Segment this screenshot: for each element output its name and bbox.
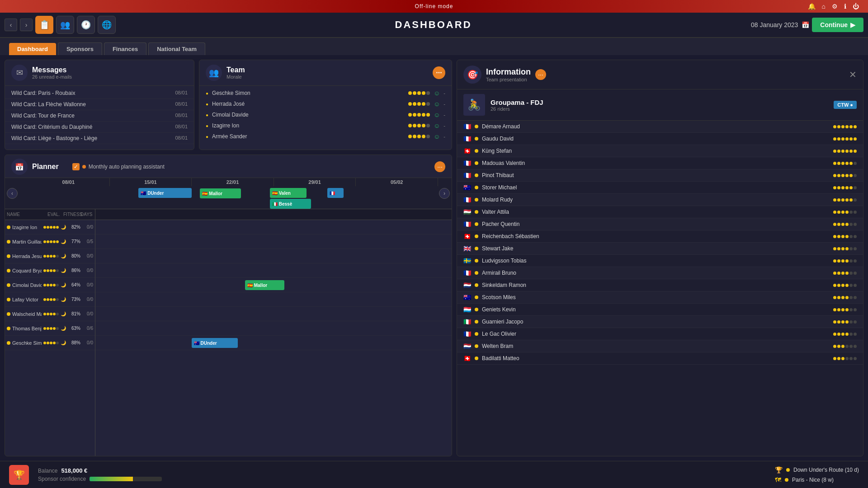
team-rider-count: 26 riders xyxy=(491,106,543,112)
col-fitness: FITNESS xyxy=(63,212,80,217)
rider-info-item[interactable]: 🇮🇹 Guarnieri Jacopo xyxy=(457,316,863,328)
dashboard-icon[interactable]: 📋 xyxy=(35,16,53,34)
info-panel-title: Information xyxy=(486,67,531,77)
planner-dates-header: 08/01 15/01 22/01 29/01 05/02 xyxy=(28,178,438,186)
balance-label: Balance xyxy=(38,468,57,474)
planner-top-cal: 08/01 15/01 22/01 29/01 05/02 xyxy=(19,178,438,186)
grid-row xyxy=(95,321,452,336)
event-row: 🗺 Paris - Nice (8 w) xyxy=(775,476,859,483)
rider-info-item[interactable]: 🇭🇺 Valter Attila xyxy=(457,206,863,218)
info-icon[interactable]: ℹ xyxy=(844,3,846,10)
rider-info-item[interactable]: 🇬🇧 Stewart Jake xyxy=(457,243,863,255)
history-icon[interactable]: 🕐 xyxy=(77,16,95,34)
team-more-button[interactable]: ··· xyxy=(433,66,445,79)
bottom-bar: 🏆 Balance 518,000 € Sponsor confidence 🏆… xyxy=(0,461,868,488)
upcoming-events-section: 🏆 Down Under's Route (10 d) 🗺 Paris - Ni… xyxy=(775,466,859,483)
team-rider-item: ● Izagirre Ion ☺ - xyxy=(199,120,452,131)
team-icon[interactable]: 👥 xyxy=(56,16,74,34)
balance-section: Balance 518,000 € Sponsor confidence xyxy=(38,467,162,482)
power-icon[interactable]: ⏻ xyxy=(853,3,859,10)
balance-value: 518,000 € xyxy=(61,467,87,474)
message-item[interactable]: Wild Card: Liège - Bastogne - Liège 08/0… xyxy=(5,133,194,144)
grid-event-dunder[interactable]: 🇦🇺 DUnder xyxy=(192,338,238,348)
race-event-valen[interactable]: 🇪🇸Valen xyxy=(270,188,307,198)
rider-info-item[interactable]: 🇳🇱 Welten Bram xyxy=(457,340,863,352)
grid-row xyxy=(95,263,452,278)
team-list: ● Geschke Simon ☺ - ● Herrada José ☺ - xyxy=(199,86,452,144)
rider-info-item[interactable]: 🇦🇺 Storer Michael xyxy=(457,182,863,194)
planner-header: 📅 Planner ✓ Monthly auto planning assist… xyxy=(5,155,452,178)
rider-info-item[interactable]: 🇫🇷 Pinot Thibaut xyxy=(457,169,863,182)
home-icon[interactable]: ⌂ xyxy=(822,3,826,10)
team-title: Team xyxy=(226,66,245,74)
event-dot xyxy=(785,478,788,482)
col-eval: EVAL. xyxy=(47,212,63,217)
rider-info-item[interactable]: 🇫🇷 Gaudu David xyxy=(457,133,863,145)
auto-planning-checkbox[interactable]: ✓ xyxy=(72,163,80,170)
race-event-fr[interactable]: 🇫🇷 xyxy=(327,188,344,198)
grid-row xyxy=(95,220,452,235)
rider-info-item[interactable]: 🇸🇪 Ludvigsson Tobias xyxy=(457,255,863,267)
planner-grid-rows: 🇪🇸 Mallor 🇦🇺 DUnder xyxy=(95,220,452,350)
continue-button[interactable]: Continue ▶ xyxy=(812,18,863,32)
tab-national-team[interactable]: National Team xyxy=(148,42,205,55)
messages-icon: ✉ xyxy=(11,65,28,81)
close-panel-button[interactable]: ✕ xyxy=(849,69,857,80)
planner-rider-row: Herrada Jesus 🌙 80% 0/0 xyxy=(5,249,95,263)
planner-names-column: NAME EVAL. FITNESS DAYS Izagirre Ion 🌙 8… xyxy=(5,209,95,456)
calendar-icon[interactable]: 📅 xyxy=(802,21,809,28)
globe-icon[interactable]: 🌐 xyxy=(98,16,116,34)
nav-forward-button[interactable]: › xyxy=(20,19,33,31)
planner-icon: 📅 xyxy=(11,159,28,175)
auto-planning-label: Monthly auto planning assistant xyxy=(89,164,165,170)
route-icon: 🗺 xyxy=(775,476,781,483)
messages-subtitle: 26 unread e-mails xyxy=(32,74,72,80)
nav-back-button[interactable]: ‹ xyxy=(5,19,17,31)
message-item[interactable]: Wild Card: Tour de France 08/01 xyxy=(5,110,194,122)
planner-next-button[interactable]: › xyxy=(439,188,450,199)
event-name: Paris - Nice (8 w) xyxy=(792,477,834,483)
planner-rider-row: Izagirre Ion 🌙 82% 0/0 xyxy=(5,220,95,235)
message-item[interactable]: Wild Card: La Flèche Wallonne 08/01 xyxy=(5,99,194,110)
team-rider-item: ● Geschke Simon ☺ - xyxy=(199,88,452,99)
tab-dashboard[interactable]: Dashboard xyxy=(9,43,56,55)
top-race-events: 🇦🇺DUnder 🇪🇸Mallor 🇪🇸Valen xyxy=(19,186,438,209)
info-panel-header: 🎯 Information Team presentation ··· ✕ xyxy=(457,60,863,89)
race-event-dunder[interactable]: 🇦🇺DUnder xyxy=(138,188,192,198)
rider-info-item[interactable]: 🇫🇷 Le Gac Olivier xyxy=(457,328,863,340)
race-event-mallor[interactable]: 🇪🇸Mallor xyxy=(200,188,241,198)
sponsor-confidence-bar xyxy=(90,477,162,481)
event-name: Down Under's Route (10 d) xyxy=(793,467,859,473)
info-panel-icon: 🎯 xyxy=(463,66,481,84)
planner-prev-button[interactable]: ‹ xyxy=(7,188,18,199)
planner-more-button[interactable]: ··· xyxy=(434,161,445,172)
main-content: ✉ Messages 26 unread e-mails Wild Card: … xyxy=(0,55,868,461)
message-item[interactable]: Wild Card: Paris - Roubaix 08/01 xyxy=(5,88,194,99)
planner-grid-header xyxy=(95,209,452,220)
ctw-badge: CTW ● xyxy=(834,101,857,109)
rider-info-item[interactable]: 🇨🇭 Badilatti Matteo xyxy=(457,352,863,365)
planner-rider-row: Geschke Simon 🌙 88% 0/0 xyxy=(5,336,95,350)
trophy-icon: 🏆 xyxy=(775,466,783,474)
team-logo-bottom: 🏆 xyxy=(9,465,29,485)
rider-info-item[interactable]: 🇫🇷 Démare Arnaud xyxy=(457,121,863,133)
info-more-button[interactable]: ··· xyxy=(535,69,546,80)
rider-info-item[interactable]: 🇨🇭 Reichenbach Sébastien xyxy=(457,230,863,243)
tab-finances[interactable]: Finances xyxy=(104,42,146,55)
tab-sponsors[interactable]: Sponsors xyxy=(58,42,102,55)
morale-dots xyxy=(408,91,430,95)
grid-event-mallor[interactable]: 🇪🇸 Mallor xyxy=(245,280,284,290)
bell-icon[interactable]: 🔔 xyxy=(808,3,816,10)
rider-info-item[interactable]: 🇳🇱 Sinkeldam Ramon xyxy=(457,279,863,291)
grid-row xyxy=(95,235,452,249)
rider-info-item[interactable]: 🇨🇭 Küng Stefan xyxy=(457,145,863,157)
rider-info-item[interactable]: 🇫🇷 Madouas Valentin xyxy=(457,157,863,169)
rider-info-item[interactable]: 🇦🇺 Scotson Miles xyxy=(457,291,863,304)
message-item[interactable]: Wild Card: Critérium du Dauphiné 08/01 xyxy=(5,122,194,133)
gear-icon[interactable]: ⚙ xyxy=(832,3,838,10)
rider-info-item[interactable]: 🇱🇺 Geniets Kevin xyxy=(457,304,863,316)
race-event-besse[interactable]: 🇮🇹Bessè xyxy=(270,199,311,209)
rider-info-item[interactable]: 🇫🇷 Armirail Bruno xyxy=(457,267,863,279)
rider-info-item[interactable]: 🇫🇷 Molard Rudy xyxy=(457,194,863,206)
rider-info-item[interactable]: 🇫🇷 Pacher Quentin xyxy=(457,218,863,230)
